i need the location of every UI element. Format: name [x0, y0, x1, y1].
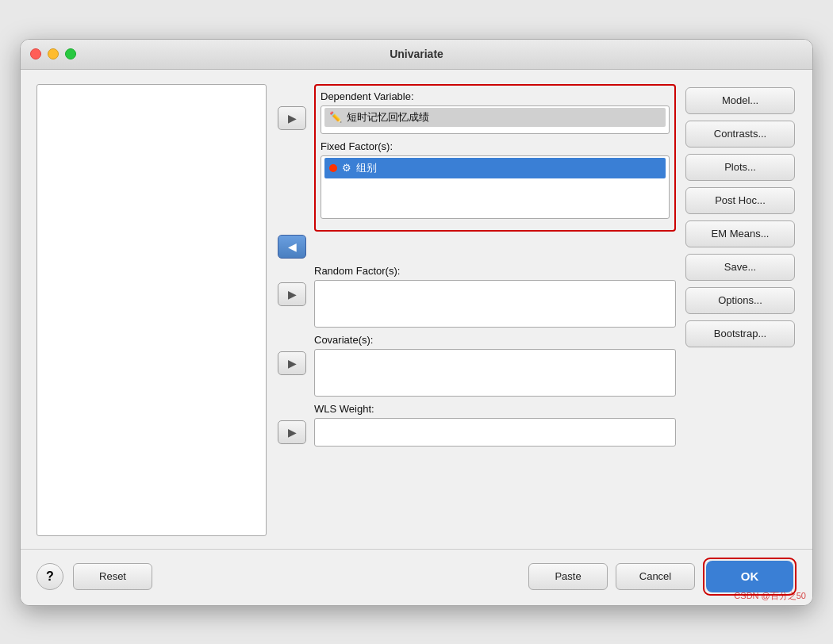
arrow-left-icon: ◀	[288, 240, 297, 253]
dep-var-box[interactable]: ✏️ 短时记忆回忆成绩	[321, 105, 670, 134]
plots-button[interactable]: Plots...	[685, 154, 795, 181]
wls-arrow-right-icon: ▶	[288, 426, 297, 439]
contrasts-button[interactable]: Contrasts...	[685, 121, 795, 148]
arrow-right-icon: ▶	[288, 112, 297, 125]
covariate-field-wrapper: Covariate(s):	[314, 334, 676, 397]
dep-var-icon: ✏️	[329, 111, 342, 123]
bottom-left-buttons: ? Reset	[36, 563, 152, 590]
wls-label: WLS Weight:	[314, 403, 676, 415]
fixed-back-arrow-button[interactable]: ◀	[278, 235, 306, 259]
dialog-window: Univariate ▶	[20, 39, 813, 606]
window-title: Univariate	[390, 48, 443, 60]
dep-fixed-outline: Dependent Variable: ✏️ 短时记忆回忆成绩	[314, 84, 676, 232]
random-factor-arrow-button[interactable]: ▶	[278, 282, 306, 306]
center-panel: ▶ Dependent Variable: ✏️	[276, 84, 676, 453]
fixed-factor-selected[interactable]: ⚙ 组别	[324, 158, 666, 178]
variable-list-panel[interactable]	[36, 84, 267, 536]
main-layout: ▶ Dependent Variable: ✏️	[36, 84, 797, 536]
model-button[interactable]: Model...	[685, 87, 795, 114]
paste-button[interactable]: Paste	[528, 563, 608, 590]
covariate-arrow-right-icon: ▶	[288, 357, 297, 370]
fixed-factor-text: 组别	[356, 161, 377, 175]
traffic-lights	[30, 48, 76, 59]
dep-var-arrow-button[interactable]: ▶	[278, 106, 306, 130]
random-factor-label: Random Factor(s):	[314, 265, 676, 277]
dep-var-field-section: Dependent Variable: ✏️ 短时记忆回忆成绩	[321, 90, 670, 134]
fixed-factor-section: Fixed Factor(s): ⚙ 组别	[321, 140, 670, 219]
right-button-column: Model... Contrasts... Plots... Post Hoc.…	[685, 84, 797, 347]
random-factor-box[interactable]	[314, 280, 676, 328]
post-hoc-button[interactable]: Post Hoc...	[685, 187, 795, 214]
bottom-bar: ? Reset Paste Cancel OK CSDN @百分之50	[21, 549, 812, 605]
dep-var-value: ✏️ 短时记忆回忆成绩	[324, 108, 666, 127]
cancel-button[interactable]: Cancel	[616, 563, 695, 590]
covariate-box[interactable]	[314, 349, 676, 397]
fixed-factor-box[interactable]: ⚙ 组别	[321, 155, 670, 219]
random-factor-field-wrapper: Random Factor(s):	[314, 265, 676, 328]
close-button[interactable]	[30, 48, 41, 59]
em-means-button[interactable]: EM Means...	[685, 220, 795, 247]
fixed-back-row: ◀	[276, 235, 676, 259]
factor-icon2: ⚙	[342, 162, 351, 174]
dialog-content: ▶ Dependent Variable: ✏️	[21, 70, 812, 549]
covariate-label: Covariate(s):	[314, 334, 676, 346]
random-factor-section-row: ▶ Random Factor(s):	[276, 265, 676, 328]
covariate-arrow-button[interactable]: ▶	[278, 351, 306, 375]
wls-section-row: ▶ WLS Weight:	[276, 403, 676, 447]
dep-var-section-row: ▶ Dependent Variable: ✏️	[276, 84, 676, 236]
random-arrow-right-icon: ▶	[288, 288, 297, 301]
factor-ball-icon	[329, 164, 337, 172]
minimize-button[interactable]	[48, 48, 59, 59]
wls-field-wrapper: WLS Weight:	[314, 403, 676, 447]
ok-button[interactable]: OK	[706, 561, 793, 592]
dep-var-text: 短时记忆回忆成绩	[347, 110, 429, 125]
reset-button[interactable]: Reset	[73, 563, 152, 590]
watermark: CSDN @百分之50	[734, 590, 806, 602]
wls-arrow-button[interactable]: ▶	[278, 420, 306, 444]
dep-var-label: Dependent Variable:	[321, 90, 670, 102]
help-button[interactable]: ?	[36, 563, 63, 590]
save-button[interactable]: Save...	[685, 254, 795, 281]
dep-fixed-fields: Dependent Variable: ✏️ 短时记忆回忆成绩	[314, 84, 676, 236]
fixed-factor-label: Fixed Factor(s):	[321, 140, 670, 152]
options-button[interactable]: Options...	[685, 287, 795, 314]
bootstrap-button[interactable]: Bootstrap...	[685, 320, 795, 347]
titlebar: Univariate	[21, 40, 812, 70]
wls-box[interactable]	[314, 418, 676, 447]
covariate-section-row: ▶ Covariate(s):	[276, 334, 676, 397]
maximize-button[interactable]	[65, 48, 76, 59]
